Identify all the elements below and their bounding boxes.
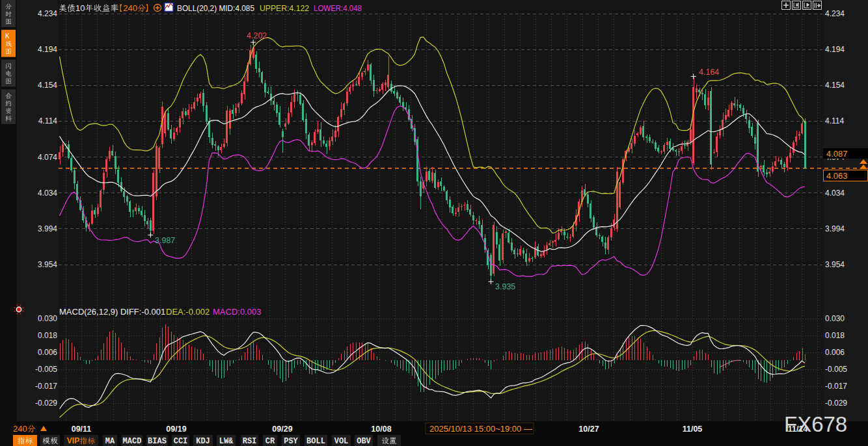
- svg-text:VIP: VIP: [67, 436, 79, 445]
- svg-text:CR: CR: [265, 437, 275, 446]
- svg-text:0.006: 0.006: [38, 348, 57, 357]
- svg-text:4.087: 4.087: [826, 149, 848, 159]
- svg-text:0.030: 0.030: [825, 314, 845, 323]
- svg-text:3.987: 3.987: [155, 236, 175, 245]
- svg-text:UPPER:4.122: UPPER:4.122: [260, 3, 309, 13]
- svg-text:4.154: 4.154: [38, 81, 57, 90]
- svg-text:4.114: 4.114: [825, 116, 844, 125]
- svg-text:-0.005: -0.005: [35, 365, 57, 374]
- svg-text:4.234: 4.234: [825, 9, 845, 18]
- svg-text:LW&: LW&: [219, 437, 234, 446]
- svg-text:MA: MA: [105, 437, 115, 446]
- svg-text:-0.029: -0.029: [35, 399, 57, 408]
- svg-text:LOWER:4.048: LOWER:4.048: [314, 3, 362, 13]
- svg-text:4.074: 4.074: [38, 153, 57, 162]
- svg-text:10/27: 10/27: [578, 425, 599, 434]
- svg-text:BOLL(20,2) MID:4.085: BOLL(20,2) MID:4.085: [177, 3, 254, 13]
- svg-text:09/11: 09/11: [72, 425, 92, 434]
- svg-text:-0.017: -0.017: [35, 382, 57, 391]
- svg-text:3.994: 3.994: [825, 224, 845, 233]
- svg-text:4.154: 4.154: [825, 81, 845, 90]
- svg-text:FX678: FX678: [784, 412, 847, 436]
- svg-text:BOLL: BOLL: [306, 437, 325, 446]
- svg-text:3.994: 3.994: [38, 224, 57, 233]
- svg-text:OBV: OBV: [357, 437, 371, 446]
- svg-text:CCI: CCI: [174, 437, 188, 446]
- svg-text:-0.005: -0.005: [825, 365, 847, 374]
- svg-text:09/29: 09/29: [272, 425, 292, 434]
- svg-text:4.202: 4.202: [247, 31, 267, 40]
- svg-text:DEA:-0.002: DEA:-0.002: [166, 307, 210, 317]
- svg-text:MACD:0.003: MACD:0.003: [213, 307, 261, 317]
- svg-text:4.164: 4.164: [699, 68, 719, 77]
- svg-text:2025/10/13 15:00~19:00 —: 2025/10/13 15:00~19:00 —: [429, 424, 532, 434]
- svg-text:-0.017: -0.017: [825, 382, 847, 391]
- svg-text:240: 240: [123, 3, 137, 13]
- svg-text:RSI: RSI: [243, 437, 257, 446]
- svg-text:0.006: 0.006: [825, 348, 845, 357]
- svg-text:-0.029: -0.029: [825, 399, 847, 408]
- svg-text:10: 10: [75, 3, 85, 13]
- svg-text:240: 240: [13, 424, 27, 434]
- svg-text:4.114: 4.114: [38, 116, 57, 125]
- svg-text:3.935: 3.935: [495, 282, 515, 291]
- svg-text:10/08: 10/08: [371, 425, 391, 434]
- svg-text:BIAS: BIAS: [148, 437, 167, 446]
- svg-text:KDJ: KDJ: [196, 437, 210, 446]
- svg-text:3.954: 3.954: [38, 260, 57, 269]
- svg-text:3.954: 3.954: [825, 260, 845, 269]
- svg-text:VOL: VOL: [334, 437, 349, 446]
- svg-text:K: K: [5, 33, 10, 40]
- svg-text:4.194: 4.194: [825, 45, 845, 54]
- svg-text:4.234: 4.234: [38, 9, 57, 18]
- svg-text:4.063: 4.063: [826, 171, 848, 181]
- svg-text:0.018: 0.018: [38, 331, 57, 340]
- svg-text:MACD: MACD: [123, 437, 142, 446]
- svg-text:09/19: 09/19: [166, 425, 186, 434]
- svg-text:0.030: 0.030: [38, 314, 57, 323]
- svg-text:4.194: 4.194: [38, 45, 57, 54]
- svg-text:PSY: PSY: [284, 437, 298, 446]
- svg-text:4.034: 4.034: [825, 189, 845, 198]
- svg-text:11/05: 11/05: [683, 425, 703, 434]
- svg-text:0.018: 0.018: [825, 331, 845, 340]
- svg-text:4.034: 4.034: [38, 189, 57, 198]
- svg-text:MACD(26,12,9) DIFF:-0.001: MACD(26,12,9) DIFF:-0.001: [59, 307, 165, 317]
